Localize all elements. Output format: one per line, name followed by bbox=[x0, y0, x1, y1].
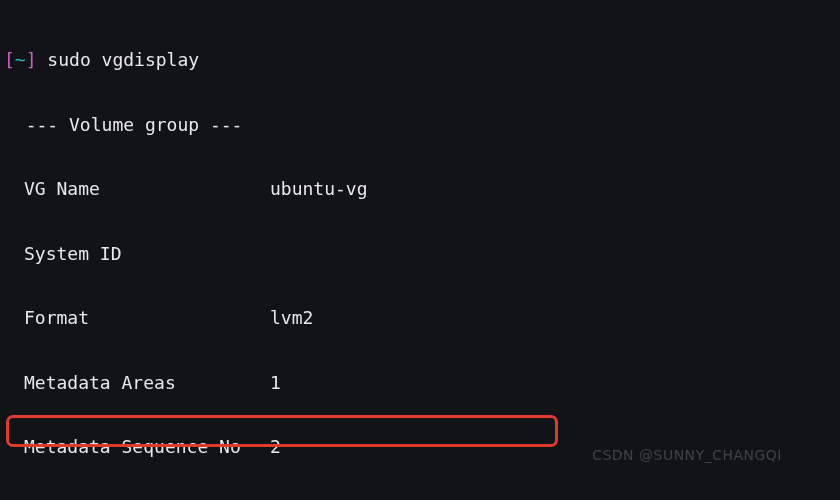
vg-value: ubuntu-vg bbox=[270, 178, 368, 199]
vg-header-text: --- Volume group --- bbox=[26, 114, 243, 135]
vg-value: 2 bbox=[270, 436, 281, 457]
vg-label: Format bbox=[24, 307, 270, 329]
vg-row: Formatlvm2 bbox=[4, 307, 840, 329]
prompt-line: [~] sudo vgdisplay bbox=[4, 49, 840, 71]
prompt-open: [ bbox=[4, 49, 15, 70]
vg-row: Metadata Areas1 bbox=[4, 372, 840, 394]
terminal-output: [~] sudo vgdisplay --- Volume group --- … bbox=[0, 0, 840, 500]
vg-value: 1 bbox=[270, 372, 281, 393]
vg-label: VG Name bbox=[24, 178, 270, 200]
vg-value: lvm2 bbox=[270, 307, 313, 328]
vg-row: VG Nameubuntu-vg bbox=[4, 178, 840, 200]
vg-header: --- Volume group --- bbox=[4, 114, 840, 136]
vg-row: System ID bbox=[4, 243, 840, 265]
prompt-cwd: ~ bbox=[15, 49, 26, 70]
command-text: sudo vgdisplay bbox=[37, 49, 200, 70]
watermark-text: CSDN @SUNNY_CHANGQI bbox=[592, 445, 782, 467]
vg-label: Metadata Areas bbox=[24, 372, 270, 394]
vg-label: System ID bbox=[24, 243, 270, 265]
prompt-close: ] bbox=[26, 49, 37, 70]
vg-label: Metadata Sequence No bbox=[24, 436, 270, 458]
